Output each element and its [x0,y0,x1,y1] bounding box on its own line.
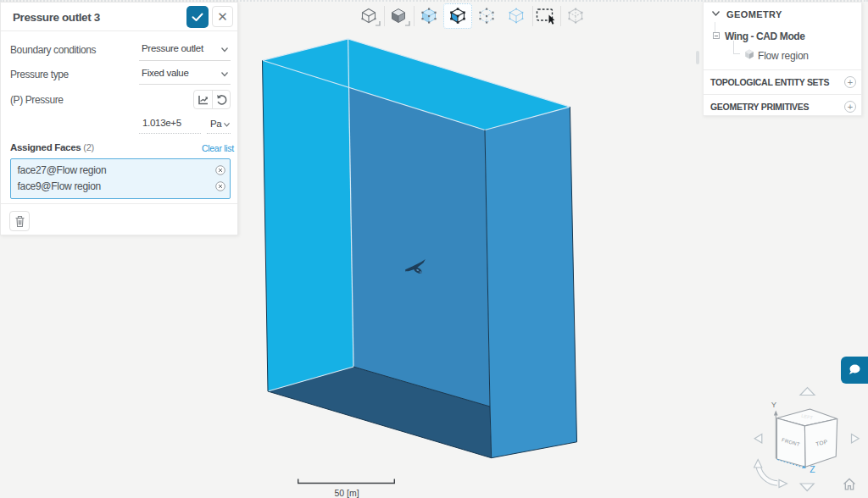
svg-text:50 [m]: 50 [m] [334,488,359,498]
svg-text:Z: Z [810,464,815,474]
svg-text:Y: Y [771,400,777,409]
